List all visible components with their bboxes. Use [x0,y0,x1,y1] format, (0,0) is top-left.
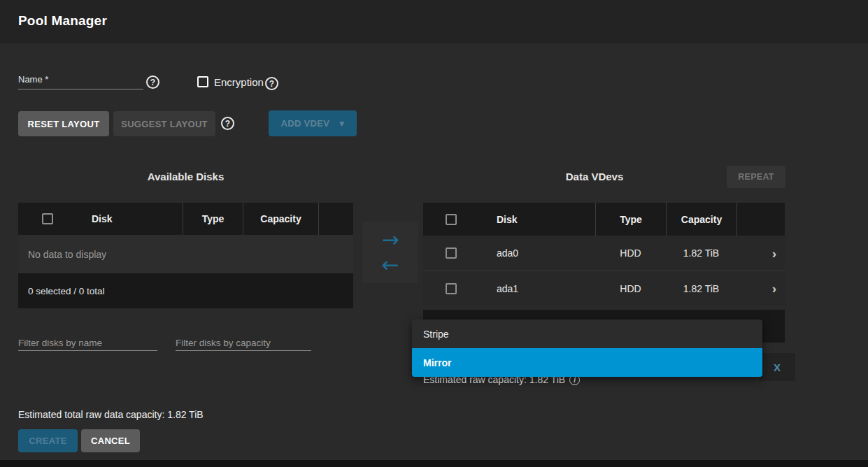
available-disks-title: Available Disks [18,171,353,182]
reset-layout-button[interactable]: RESET LAYOUT [18,111,109,136]
create-button[interactable]: CREATE [18,429,78,452]
data-vdevs-header-row: Disk Type Capacity [423,203,785,236]
name-input[interactable] [18,77,143,89]
disk-type-cell: HDD [595,247,666,259]
transfer-arrows-panel: → ← [362,222,418,283]
disk-name-cell: ada0 [479,247,595,259]
suggest-layout-help-icon[interactable]: ? [221,117,234,130]
title-bar: Pool Manager [0,0,868,43]
column-header-actions [318,203,353,235]
available-disks-header-row: Disk Type Capacity [18,203,353,235]
no-data-row: No data to display [18,235,353,273]
disk-name-cell: ada1 [479,283,595,294]
data-vdevs-title: Data VDevs [423,171,766,182]
bottom-bar [0,460,868,467]
dropdown-option-stripe[interactable]: Stripe [412,319,762,348]
data-vdevs-table: Disk Type Capacity ada0 HDD 1.82 TiB › a… [423,203,785,306]
column-header-disk: Disk [77,203,183,235]
column-header-capacity: Capacity [243,203,318,235]
filter-disks-by-capacity-input[interactable] [176,336,311,351]
repeat-button[interactable]: REPEAT [727,166,785,188]
name-help-icon[interactable]: ? [146,76,159,89]
disk-capacity-cell: 1.82 TiB [666,247,737,259]
table-row[interactable]: ada0 HDD 1.82 TiB › [423,236,785,271]
vdev-layout-dropdown: Stripe Mirror [412,319,762,377]
column-header-type: Type [595,203,666,236]
select-all-checkbox[interactable] [42,213,53,224]
table-row[interactable]: ada1 HDD 1.82 TiB › [423,271,785,306]
encryption-label: Encryption [214,76,264,88]
column-header-type: Type [183,203,243,235]
column-header-actions [737,203,785,236]
data-vdevs-header-checkbox-cell [423,203,479,236]
chevron-right-icon[interactable]: › [772,281,776,296]
remove-vdev-container: X [759,353,795,381]
encryption-checkbox[interactable] [197,76,208,87]
column-header-capacity: Capacity [666,203,737,236]
chevron-right-icon[interactable]: › [772,246,776,261]
move-left-arrow-icon[interactable]: ← [381,253,399,277]
encryption-help-icon[interactable]: ? [265,77,278,90]
add-vdev-button[interactable]: ADD VDEV ▼ [269,110,357,136]
caret-down-icon: ▼ [339,120,344,127]
available-disks-footer: 0 selected / 0 total [18,273,353,308]
row-checkbox[interactable] [446,283,457,294]
dropdown-option-mirror[interactable]: Mirror [412,348,762,377]
pool-manager-dialog: Pool Manager Name * ? Encryption ? RESET… [0,0,868,467]
available-disks-table: Disk Type Capacity No data to display 0 … [18,203,353,308]
disk-type-cell: HDD [595,283,666,294]
available-disks-header-checkbox-cell [18,203,77,235]
cancel-button[interactable]: CANCEL [81,429,140,452]
row-checkbox[interactable] [446,247,457,259]
disk-capacity-cell: 1.82 TiB [666,283,737,294]
column-header-disk: Disk [479,203,595,236]
remove-vdev-button[interactable]: X [774,361,781,373]
vdev-select-all-checkbox[interactable] [446,214,457,225]
estimated-total-capacity: Estimated total raw data capacity: 1.82 … [18,409,204,420]
suggest-layout-button[interactable]: SUGGEST LAYOUT [113,111,215,136]
filter-disks-by-name-input[interactable] [18,336,157,351]
move-right-arrow-icon[interactable]: → [381,228,399,252]
page-title: Pool Manager [18,13,107,29]
